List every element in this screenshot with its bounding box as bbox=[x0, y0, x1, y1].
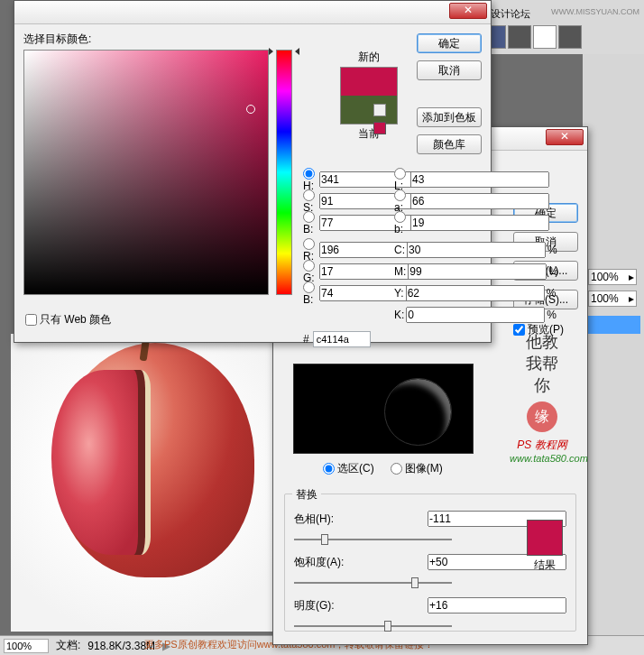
hex-input[interactable] bbox=[313, 331, 371, 347]
swatch[interactable] bbox=[533, 25, 557, 49]
b-radio[interactable]: B: bbox=[303, 210, 317, 235]
web-safe-swatch[interactable] bbox=[373, 122, 386, 134]
image-radio[interactable]: 图像(M) bbox=[391, 461, 443, 476]
saturation-value-field[interactable] bbox=[23, 50, 269, 295]
c-input[interactable] bbox=[407, 242, 546, 258]
k-input[interactable] bbox=[406, 307, 545, 323]
canvas[interactable] bbox=[11, 334, 277, 632]
m-input[interactable] bbox=[408, 263, 547, 280]
opacity-box[interactable]: 100%▸ bbox=[588, 269, 637, 285]
l-input[interactable] bbox=[410, 171, 549, 188]
watermark: 他教 我帮 你 缘 PS 教程网 www.tata580.com bbox=[510, 331, 575, 464]
right-panel: 100%▸ 100%▸ bbox=[583, 54, 644, 655]
color-picker-dialog: 选择目标颜色: 新的 当前 确定 取消 添加到色板 颜色库 H:度 L: bbox=[14, 0, 492, 343]
add-swatch-button[interactable]: 添加到色板 bbox=[417, 107, 482, 127]
result-swatch[interactable]: 结果 bbox=[527, 520, 563, 573]
ok-button[interactable]: 确定 bbox=[417, 33, 482, 53]
bc-radio[interactable]: B: bbox=[303, 281, 317, 306]
watermelon-slice bbox=[51, 370, 151, 555]
b2-radio[interactable]: b: bbox=[394, 210, 409, 235]
hue-slider[interactable] bbox=[276, 50, 292, 295]
b2-input[interactable] bbox=[410, 215, 549, 231]
cancel-button[interactable]: 取消 bbox=[417, 60, 482, 80]
light-slider[interactable] bbox=[294, 617, 452, 635]
fill-box[interactable]: 100%▸ bbox=[588, 291, 637, 307]
hue-slider[interactable] bbox=[294, 530, 452, 549]
zoom-input[interactable] bbox=[4, 639, 49, 653]
selection-radio[interactable]: 选区(C) bbox=[323, 461, 374, 476]
swatch[interactable] bbox=[558, 25, 582, 49]
light-input[interactable] bbox=[428, 597, 566, 613]
gamut-warning-icon[interactable] bbox=[373, 104, 386, 116]
doc-label: 文档: bbox=[56, 638, 80, 653]
close-icon[interactable] bbox=[449, 3, 487, 19]
select-target-label: 选择目标颜色: bbox=[23, 32, 482, 47]
forum-url: WWW.MISSYUAN.COM bbox=[551, 7, 639, 16]
new-current-swatch[interactable] bbox=[340, 67, 398, 125]
swatch[interactable] bbox=[508, 25, 531, 49]
hue-arrows-icon bbox=[269, 48, 299, 57]
y-input[interactable] bbox=[406, 285, 545, 301]
sv-marker bbox=[246, 105, 255, 114]
web-only-check[interactable]: 只有 Web 颜色 bbox=[25, 312, 111, 328]
group-legend: 替换 bbox=[292, 487, 321, 503]
swatch-row bbox=[483, 25, 582, 49]
a-input[interactable] bbox=[410, 193, 549, 209]
selection-preview bbox=[293, 364, 474, 454]
color-lib-button[interactable]: 颜色库 bbox=[417, 134, 482, 154]
layer-highlight[interactable] bbox=[586, 316, 640, 334]
sat-slider[interactable] bbox=[294, 574, 452, 592]
titlebar[interactable] bbox=[14, 1, 491, 24]
close-icon[interactable] bbox=[546, 129, 584, 145]
replace-group: 替换 色相(H): 饱和度(A): 明度(G): 结果 bbox=[284, 494, 576, 632]
